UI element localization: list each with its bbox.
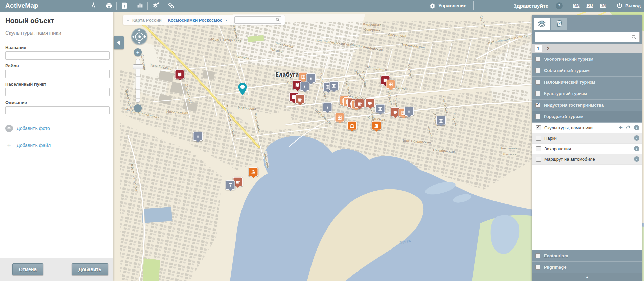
book-marker[interactable] (175, 70, 185, 79)
map-pan-control[interactable] (131, 28, 147, 45)
layer-group-checkbox[interactable] (535, 114, 540, 119)
submit-button[interactable]: Добавить (72, 263, 108, 275)
column-marker[interactable] (323, 103, 332, 112)
layers-page-2[interactable]: 2 (547, 46, 549, 51)
add-layer-icon[interactable] (148, 0, 163, 12)
layer-group-checkbox[interactable] (535, 57, 540, 62)
zoom-slider[interactable] (136, 59, 140, 103)
layer-item[interactable]: Маршрут на автомобилеi (532, 154, 642, 165)
print-icon[interactable] (101, 0, 116, 12)
zoom-slider-handle[interactable] (133, 64, 143, 69)
app-logo[interactable]: ActiveMap (5, 2, 38, 9)
layer-group[interactable]: Паломнический туризм (532, 77, 642, 88)
layer-item-checkbox[interactable] (536, 157, 541, 162)
column-marker[interactable] (404, 107, 414, 116)
help-button[interactable]: ? (556, 2, 563, 9)
chevron-down-icon[interactable] (127, 20, 129, 22)
form-field: Населенный пункт (5, 82, 108, 96)
layer-group[interactable]: Ecotourism (532, 250, 642, 262)
hand-icon[interactable] (135, 33, 144, 41)
layer-group-checkbox[interactable] (535, 103, 540, 108)
basemap-item-roscosmos[interactable]: Космоснимки Роскосмос (168, 18, 222, 23)
layer-item-checkbox[interactable] (536, 125, 541, 130)
column-marker[interactable] (193, 132, 203, 141)
tab-layers[interactable] (534, 18, 550, 30)
layer-group-checkbox[interactable] (535, 265, 540, 270)
frame-marker[interactable] (335, 113, 345, 122)
zoom-in-button[interactable]: + (134, 48, 142, 56)
collapse-left-panel-button[interactable] (114, 36, 124, 49)
field-input-1[interactable] (5, 70, 110, 78)
museum-marker[interactable] (372, 121, 382, 130)
layer-group[interactable]: Экологический туризм (532, 53, 642, 65)
coffee-marker[interactable] (355, 99, 365, 108)
share-icon[interactable] (163, 0, 179, 12)
guide-icon[interactable] (117, 0, 132, 12)
layer-group-checkbox[interactable] (535, 68, 540, 73)
info-icon[interactable]: i (634, 146, 639, 151)
column-marker[interactable] (300, 82, 310, 91)
lang-en[interactable]: EN (600, 3, 606, 8)
zoom-out-button[interactable]: − (134, 104, 142, 112)
info-icon[interactable]: i (634, 156, 639, 162)
stats-icon[interactable] (132, 0, 147, 12)
logout-button[interactable]: Выход (616, 2, 641, 9)
layer-item[interactable]: Скульптуры, памятники+i (532, 123, 642, 133)
layer-item-label: Захоронения (544, 146, 631, 151)
coffee-marker[interactable] (295, 94, 305, 104)
plus-icon: + (5, 142, 13, 148)
layer-group-checkbox[interactable] (535, 80, 540, 85)
column-marker[interactable] (226, 180, 235, 190)
form-field: Название (5, 45, 108, 60)
redo-icon[interactable] (625, 124, 631, 131)
coffee-marker[interactable] (365, 98, 375, 108)
basemap-item-russia[interactable]: Карта России (132, 18, 162, 23)
layer-group-checkbox[interactable] (535, 91, 540, 96)
pan-right-icon[interactable] (144, 35, 146, 38)
tab-legend[interactable] (551, 18, 567, 30)
pan-up-icon[interactable] (138, 29, 141, 31)
layer-group[interactable]: Событийный туризм (532, 65, 642, 77)
cancel-button[interactable]: Отмена (12, 263, 43, 275)
layer-group-label: Ecotourism (544, 253, 568, 258)
info-icon[interactable]: i (634, 135, 639, 141)
layer-item-checkbox[interactable] (536, 146, 541, 151)
layer-item-label: Маршрут на автомобиле (544, 157, 631, 162)
layer-item-checkbox[interactable] (536, 136, 541, 141)
layer-item[interactable]: Паркиi (532, 133, 642, 144)
new-object-pin[interactable] (238, 82, 247, 96)
column-marker[interactable] (436, 116, 446, 125)
field-input-3[interactable] (5, 106, 110, 114)
column-marker[interactable] (329, 81, 339, 91)
field-input-0[interactable] (5, 51, 110, 60)
collapse-groups-button[interactable]: ▲ (532, 273, 642, 281)
pan-down-icon[interactable] (138, 42, 141, 44)
add-file-link[interactable]: Добавить файл (17, 143, 51, 148)
layer-group[interactable]: Культурный туризм (532, 88, 642, 100)
logout-label: Выход (625, 3, 641, 8)
museum-marker[interactable] (249, 167, 258, 177)
layer-group-label: Культурный туризм (544, 91, 587, 96)
measure-icon[interactable] (86, 0, 101, 12)
management-button[interactable]: Управление (429, 3, 466, 9)
layers-search-input[interactable] (535, 32, 640, 42)
field-input-2[interactable] (5, 88, 110, 96)
lang-ru[interactable]: RU (586, 3, 593, 8)
add-photo-link[interactable]: Добавить фото (17, 126, 50, 131)
layer-item[interactable]: Захороненияi (532, 144, 642, 154)
frame-marker[interactable] (386, 80, 396, 89)
layer-group-checkbox[interactable] (535, 253, 540, 258)
layer-group[interactable]: Pilgrimage (532, 262, 642, 273)
add-object-icon[interactable]: + (619, 124, 623, 131)
layer-group[interactable]: Индустрия гостеприимства (532, 100, 642, 111)
layer-group[interactable]: Городской туризм (532, 111, 642, 123)
layer-item-actions: i (634, 146, 639, 151)
info-icon[interactable]: i (634, 125, 639, 130)
lang-mn[interactable]: MN (573, 3, 579, 8)
layers-page-1[interactable]: 1 (535, 45, 542, 52)
column-marker[interactable] (375, 104, 385, 113)
museum-marker[interactable] (347, 121, 357, 130)
chevron-down-icon[interactable] (225, 20, 228, 22)
map-search-input[interactable] (234, 16, 281, 24)
pan-left-icon[interactable] (132, 35, 134, 38)
